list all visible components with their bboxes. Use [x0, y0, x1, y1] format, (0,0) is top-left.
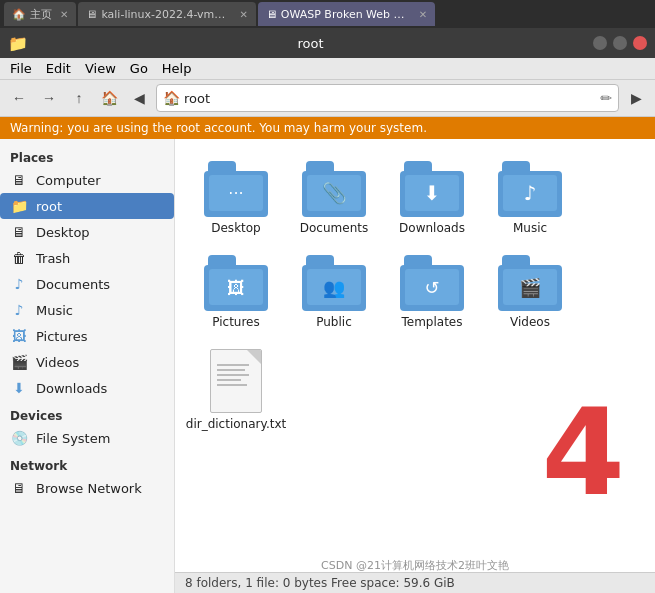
main-area: Places 🖥 Computer 📁 root 🖥 Desktop 🗑 Tra…	[0, 139, 655, 593]
warning-bar: Warning: you are using the root account.…	[0, 117, 655, 139]
file-item-videos[interactable]: 🎬 Videos	[485, 249, 575, 335]
location-bar[interactable]: 🏠 root ✏	[156, 84, 619, 112]
sidebar-section-places: Places 🖥 Computer 📁 root 🖥 Desktop 🗑 Tra…	[0, 147, 174, 401]
close-button[interactable]	[633, 36, 647, 50]
sidebar-item-computer-label: Computer	[36, 173, 101, 188]
file-item-dir-dictionary[interactable]: dir_dictionary.txt	[191, 343, 281, 437]
music-folder-icon: ♪	[498, 161, 562, 217]
sidebar-item-documents-label: Documents	[36, 277, 110, 292]
public-folder-icon: 👥	[302, 255, 366, 311]
tab-home[interactable]: 🏠 主页 ✕	[4, 2, 76, 26]
file-manager-window: 🏠 主页 ✕ 🖥 kali-linux-2022.4-vmware-... ✕ …	[0, 0, 655, 593]
status-text: 8 folders, 1 file: 0 bytes Free space: 5…	[185, 576, 455, 590]
menu-go[interactable]: Go	[130, 61, 148, 76]
window-title: root	[28, 36, 593, 51]
status-bar: 8 folders, 1 file: 0 bytes Free space: 5…	[175, 572, 655, 593]
file-item-music[interactable]: ♪ Music	[485, 155, 575, 241]
tab-home-close[interactable]: ✕	[60, 9, 68, 20]
tab-owasp-label: OWASP Broken Web Apps VM...	[281, 8, 411, 21]
tab-kali[interactable]: 🖥 kali-linux-2022.4-vmware-... ✕	[78, 2, 255, 26]
warning-text: Warning: you are using the root account.…	[10, 121, 427, 135]
tab-owasp-close[interactable]: ✕	[419, 9, 427, 20]
sidebar-item-trash-label: Trash	[36, 251, 70, 266]
filesystem-icon: 💿	[10, 429, 28, 447]
home-button[interactable]: 🏠	[96, 85, 122, 111]
home-icon: 🏠	[12, 8, 26, 21]
forward-button[interactable]: →	[36, 85, 62, 111]
file-item-templates[interactable]: ↺ Templates	[387, 249, 477, 335]
sidebar-item-root[interactable]: 📁 root	[0, 193, 174, 219]
text-file-icon	[210, 349, 262, 413]
music-sidebar-icon: ♪	[10, 301, 28, 319]
sidebar-item-downloads-label: Downloads	[36, 381, 107, 396]
sidebar-item-desktop[interactable]: 🖥 Desktop	[0, 219, 174, 245]
minimize-button[interactable]	[593, 36, 607, 50]
videos-folder-label: Videos	[510, 315, 550, 329]
menu-help[interactable]: Help	[162, 61, 192, 76]
file-item-downloads[interactable]: ⬇ Downloads	[387, 155, 477, 241]
sidebar-item-documents[interactable]: ♪ Documents	[0, 271, 174, 297]
sidebar-item-pictures[interactable]: 🖼 Pictures	[0, 323, 174, 349]
next-location-button[interactable]: ▶	[623, 85, 649, 111]
sidebar-item-music[interactable]: ♪ Music	[0, 297, 174, 323]
documents-folder-label: Documents	[300, 221, 368, 235]
sidebar-item-desktop-label: Desktop	[36, 225, 90, 240]
window-controls	[593, 36, 647, 50]
file-item-pictures[interactable]: 🖼 Pictures	[191, 249, 281, 335]
tab-home-label: 主页	[30, 7, 52, 22]
desktop-folder-icon: ···	[204, 161, 268, 217]
location-text: root	[184, 91, 210, 106]
menu-view[interactable]: View	[85, 61, 116, 76]
pictures-folder-label: Pictures	[212, 315, 260, 329]
sidebar-section-places-title: Places	[0, 147, 174, 167]
file-item-public[interactable]: 👥 Public	[289, 249, 379, 335]
menu-bar: File Edit View Go Help	[0, 58, 655, 80]
tab-kali-close[interactable]: ✕	[239, 9, 247, 20]
music-folder-label: Music	[513, 221, 547, 235]
menu-edit[interactable]: Edit	[46, 61, 71, 76]
sidebar-item-pictures-label: Pictures	[36, 329, 87, 344]
sidebar-item-videos[interactable]: 🎬 Videos	[0, 349, 174, 375]
sidebar-item-trash[interactable]: 🗑 Trash	[0, 245, 174, 271]
videos-sidebar-icon: 🎬	[10, 353, 28, 371]
dir-dictionary-label: dir_dictionary.txt	[186, 417, 286, 431]
network-icon: 🖥	[10, 479, 28, 497]
desktop-icon: 🖥	[10, 223, 28, 241]
public-folder-label: Public	[316, 315, 352, 329]
downloads-sidebar-icon: ⬇	[10, 379, 28, 397]
back-button[interactable]: ←	[6, 85, 32, 111]
sidebar-item-music-label: Music	[36, 303, 73, 318]
kali-icon: 🖥	[86, 8, 97, 21]
toolbar: ← → ↑ 🏠 ◀ 🏠 root ✏ ▶	[0, 80, 655, 117]
menu-file[interactable]: File	[10, 61, 32, 76]
downloads-folder-label: Downloads	[399, 221, 465, 235]
title-bar: 📁 root	[0, 28, 655, 58]
title-bar-left: 📁	[8, 34, 28, 53]
maximize-button[interactable]	[613, 36, 627, 50]
sidebar-item-downloads[interactable]: ⬇ Downloads	[0, 375, 174, 401]
prev-location-button[interactable]: ◀	[126, 85, 152, 111]
root-folder-icon: 📁	[10, 197, 28, 215]
templates-folder-label: Templates	[401, 315, 462, 329]
sidebar-section-network: Network 🖥 Browse Network	[0, 455, 174, 501]
app-icon: 📁	[8, 34, 28, 53]
sidebar-item-computer[interactable]: 🖥 Computer	[0, 167, 174, 193]
computer-icon: 🖥	[10, 171, 28, 189]
desktop-folder-label: Desktop	[211, 221, 261, 235]
sidebar-section-network-title: Network	[0, 455, 174, 475]
content-area: ··· Desktop 📎 Documents	[175, 139, 655, 593]
sidebar-section-devices-title: Devices	[0, 405, 174, 425]
sidebar: Places 🖥 Computer 📁 root 🖥 Desktop 🗑 Tra…	[0, 139, 175, 593]
file-item-desktop[interactable]: ··· Desktop	[191, 155, 281, 241]
sidebar-item-videos-label: Videos	[36, 355, 79, 370]
sidebar-section-devices: Devices 💿 File System	[0, 405, 174, 451]
sidebar-item-browse-network-label: Browse Network	[36, 481, 142, 496]
sidebar-item-filesystem[interactable]: 💿 File System	[0, 425, 174, 451]
videos-folder-icon: 🎬	[498, 255, 562, 311]
file-item-documents[interactable]: 📎 Documents	[289, 155, 379, 241]
sidebar-item-browse-network[interactable]: 🖥 Browse Network	[0, 475, 174, 501]
location-edit-icon[interactable]: ✏	[600, 90, 612, 106]
up-button[interactable]: ↑	[66, 85, 92, 111]
documents-folder-icon: 📎	[302, 161, 366, 217]
tab-owasp[interactable]: 🖥 OWASP Broken Web Apps VM... ✕	[258, 2, 435, 26]
